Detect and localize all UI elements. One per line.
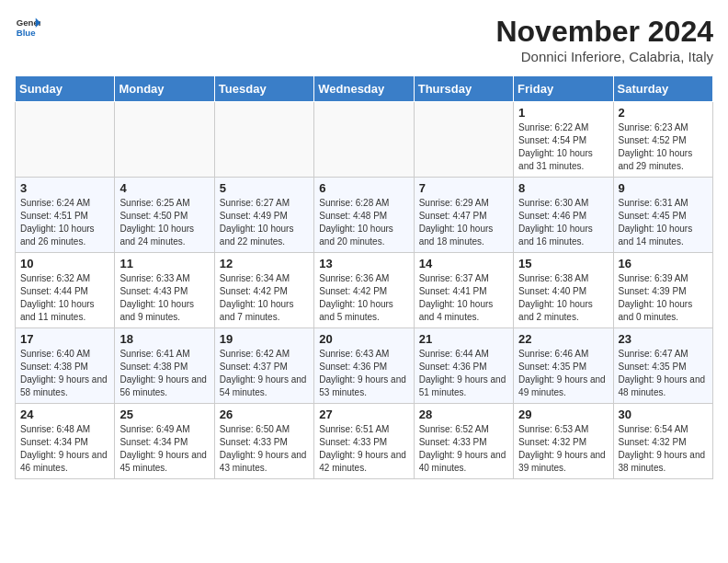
- day-header-tuesday: Tuesday: [214, 76, 313, 102]
- day-header-wednesday: Wednesday: [314, 76, 414, 102]
- calendar-cell: 30Sunrise: 6:54 AM Sunset: 4:32 PM Dayli…: [613, 404, 712, 479]
- day-header-monday: Monday: [115, 76, 214, 102]
- day-number: 1: [518, 106, 608, 120]
- month-title: November 2024: [495, 15, 713, 49]
- day-info: Sunrise: 6:40 AM Sunset: 4:38 PM Dayligh…: [20, 348, 109, 399]
- calendar-cell: [16, 102, 115, 178]
- calendar-cell: 25Sunrise: 6:49 AM Sunset: 4:34 PM Dayli…: [115, 404, 214, 479]
- calendar-cell: 21Sunrise: 6:44 AM Sunset: 4:36 PM Dayli…: [414, 328, 513, 404]
- calendar-cell: 17Sunrise: 6:40 AM Sunset: 4:38 PM Dayli…: [16, 328, 115, 404]
- day-info: Sunrise: 6:43 AM Sunset: 4:36 PM Dayligh…: [319, 348, 408, 399]
- calendar-cell: 11Sunrise: 6:33 AM Sunset: 4:43 PM Dayli…: [115, 253, 214, 328]
- day-info: Sunrise: 6:49 AM Sunset: 4:34 PM Dayligh…: [119, 423, 209, 475]
- calendar-cell: 22Sunrise: 6:46 AM Sunset: 4:35 PM Dayli…: [514, 328, 613, 404]
- day-number: 14: [419, 257, 508, 270]
- day-number: 13: [319, 257, 408, 270]
- day-info: Sunrise: 6:53 AM Sunset: 4:32 PM Dayligh…: [518, 423, 608, 475]
- day-info: Sunrise: 6:39 AM Sunset: 4:39 PM Dayligh…: [619, 272, 708, 324]
- day-number: 24: [20, 408, 109, 421]
- day-number: 20: [319, 332, 408, 346]
- calendar-table: SundayMondayTuesdayWednesdayThursdayFrid…: [15, 75, 713, 479]
- calendar-week-row: 10Sunrise: 6:32 AM Sunset: 4:44 PM Dayli…: [16, 253, 713, 328]
- calendar-cell: [214, 102, 313, 178]
- calendar-cell: 8Sunrise: 6:30 AM Sunset: 4:46 PM Daylig…: [514, 178, 613, 253]
- day-number: 29: [518, 408, 608, 421]
- day-number: 2: [619, 106, 708, 120]
- calendar-cell: 16Sunrise: 6:39 AM Sunset: 4:39 PM Dayli…: [613, 253, 712, 328]
- calendar-cell: 6Sunrise: 6:28 AM Sunset: 4:48 PM Daylig…: [314, 178, 414, 253]
- calendar-week-row: 3Sunrise: 6:24 AM Sunset: 4:51 PM Daylig…: [16, 178, 713, 253]
- svg-text:Blue: Blue: [17, 28, 36, 38]
- calendar-cell: 2Sunrise: 6:23 AM Sunset: 4:52 PM Daylig…: [613, 102, 712, 178]
- day-number: 7: [419, 181, 508, 195]
- calendar-cell: 19Sunrise: 6:42 AM Sunset: 4:37 PM Dayli…: [214, 328, 313, 404]
- day-info: Sunrise: 6:37 AM Sunset: 4:41 PM Dayligh…: [419, 272, 508, 324]
- calendar-cell: [414, 102, 513, 178]
- calendar-week-row: 24Sunrise: 6:48 AM Sunset: 4:34 PM Dayli…: [16, 404, 713, 479]
- calendar-cell: 1Sunrise: 6:22 AM Sunset: 4:54 PM Daylig…: [514, 102, 613, 178]
- day-info: Sunrise: 6:48 AM Sunset: 4:34 PM Dayligh…: [20, 423, 109, 475]
- day-info: Sunrise: 6:46 AM Sunset: 4:35 PM Dayligh…: [518, 348, 608, 399]
- day-header-sunday: Sunday: [16, 76, 115, 102]
- day-info: Sunrise: 6:22 AM Sunset: 4:54 PM Dayligh…: [518, 121, 608, 173]
- calendar-cell: [115, 102, 214, 178]
- day-number: 8: [518, 181, 608, 195]
- calendar-header-row: SundayMondayTuesdayWednesdayThursdayFrid…: [16, 76, 713, 102]
- day-number: 6: [319, 181, 408, 195]
- calendar-cell: 9Sunrise: 6:31 AM Sunset: 4:45 PM Daylig…: [613, 178, 712, 253]
- logo: General Blue: [15, 15, 40, 40]
- day-info: Sunrise: 6:38 AM Sunset: 4:40 PM Dayligh…: [518, 272, 608, 324]
- day-number: 30: [619, 408, 708, 421]
- day-number: 21: [419, 332, 508, 346]
- title-block: November 2024 Donnici Inferiore, Calabri…: [495, 15, 713, 64]
- calendar-cell: 14Sunrise: 6:37 AM Sunset: 4:41 PM Dayli…: [414, 253, 513, 328]
- day-number: 15: [518, 257, 608, 270]
- calendar-cell: 5Sunrise: 6:27 AM Sunset: 4:49 PM Daylig…: [214, 178, 313, 253]
- calendar-cell: 26Sunrise: 6:50 AM Sunset: 4:33 PM Dayli…: [214, 404, 313, 479]
- calendar-cell: 23Sunrise: 6:47 AM Sunset: 4:35 PM Dayli…: [613, 328, 712, 404]
- calendar-cell: 7Sunrise: 6:29 AM Sunset: 4:47 PM Daylig…: [414, 178, 513, 253]
- day-number: 11: [119, 257, 209, 270]
- calendar-cell: 13Sunrise: 6:36 AM Sunset: 4:42 PM Dayli…: [314, 253, 414, 328]
- calendar-cell: 18Sunrise: 6:41 AM Sunset: 4:38 PM Dayli…: [115, 328, 214, 404]
- calendar-cell: 28Sunrise: 6:52 AM Sunset: 4:33 PM Dayli…: [414, 404, 513, 479]
- day-info: Sunrise: 6:32 AM Sunset: 4:44 PM Dayligh…: [20, 272, 109, 324]
- day-number: 16: [619, 257, 708, 270]
- day-info: Sunrise: 6:25 AM Sunset: 4:50 PM Dayligh…: [119, 197, 209, 248]
- day-number: 27: [319, 408, 408, 421]
- calendar-cell: 27Sunrise: 6:51 AM Sunset: 4:33 PM Dayli…: [314, 404, 414, 479]
- day-number: 3: [20, 181, 109, 195]
- day-info: Sunrise: 6:41 AM Sunset: 4:38 PM Dayligh…: [119, 348, 209, 399]
- day-header-saturday: Saturday: [613, 76, 712, 102]
- day-info: Sunrise: 6:44 AM Sunset: 4:36 PM Dayligh…: [419, 348, 508, 399]
- day-info: Sunrise: 6:42 AM Sunset: 4:37 PM Dayligh…: [220, 348, 309, 399]
- day-info: Sunrise: 6:31 AM Sunset: 4:45 PM Dayligh…: [619, 197, 708, 248]
- day-info: Sunrise: 6:23 AM Sunset: 4:52 PM Dayligh…: [619, 121, 708, 173]
- day-info: Sunrise: 6:27 AM Sunset: 4:49 PM Dayligh…: [220, 197, 309, 248]
- day-number: 19: [220, 332, 309, 346]
- day-info: Sunrise: 6:24 AM Sunset: 4:51 PM Dayligh…: [20, 197, 109, 248]
- calendar-cell: 15Sunrise: 6:38 AM Sunset: 4:40 PM Dayli…: [514, 253, 613, 328]
- location-subtitle: Donnici Inferiore, Calabria, Italy: [495, 49, 713, 64]
- day-info: Sunrise: 6:33 AM Sunset: 4:43 PM Dayligh…: [119, 272, 209, 324]
- calendar-cell: [314, 102, 414, 178]
- day-number: 12: [220, 257, 309, 270]
- day-info: Sunrise: 6:50 AM Sunset: 4:33 PM Dayligh…: [220, 423, 309, 475]
- calendar-week-row: 1Sunrise: 6:22 AM Sunset: 4:54 PM Daylig…: [16, 102, 713, 178]
- calendar-cell: 12Sunrise: 6:34 AM Sunset: 4:42 PM Dayli…: [214, 253, 313, 328]
- calendar-cell: 29Sunrise: 6:53 AM Sunset: 4:32 PM Dayli…: [514, 404, 613, 479]
- day-info: Sunrise: 6:28 AM Sunset: 4:48 PM Dayligh…: [319, 197, 408, 248]
- calendar-week-row: 17Sunrise: 6:40 AM Sunset: 4:38 PM Dayli…: [16, 328, 713, 404]
- day-header-thursday: Thursday: [414, 76, 513, 102]
- calendar-cell: 10Sunrise: 6:32 AM Sunset: 4:44 PM Dayli…: [16, 253, 115, 328]
- day-info: Sunrise: 6:36 AM Sunset: 4:42 PM Dayligh…: [319, 272, 408, 324]
- day-info: Sunrise: 6:51 AM Sunset: 4:33 PM Dayligh…: [319, 423, 408, 475]
- calendar-cell: 4Sunrise: 6:25 AM Sunset: 4:50 PM Daylig…: [115, 178, 214, 253]
- page-header: General Blue November 2024 Donnici Infer…: [15, 15, 713, 64]
- day-info: Sunrise: 6:29 AM Sunset: 4:47 PM Dayligh…: [419, 197, 508, 248]
- day-number: 18: [119, 332, 209, 346]
- day-header-friday: Friday: [514, 76, 613, 102]
- day-number: 4: [119, 181, 209, 195]
- day-number: 9: [619, 181, 708, 195]
- day-number: 25: [119, 408, 209, 421]
